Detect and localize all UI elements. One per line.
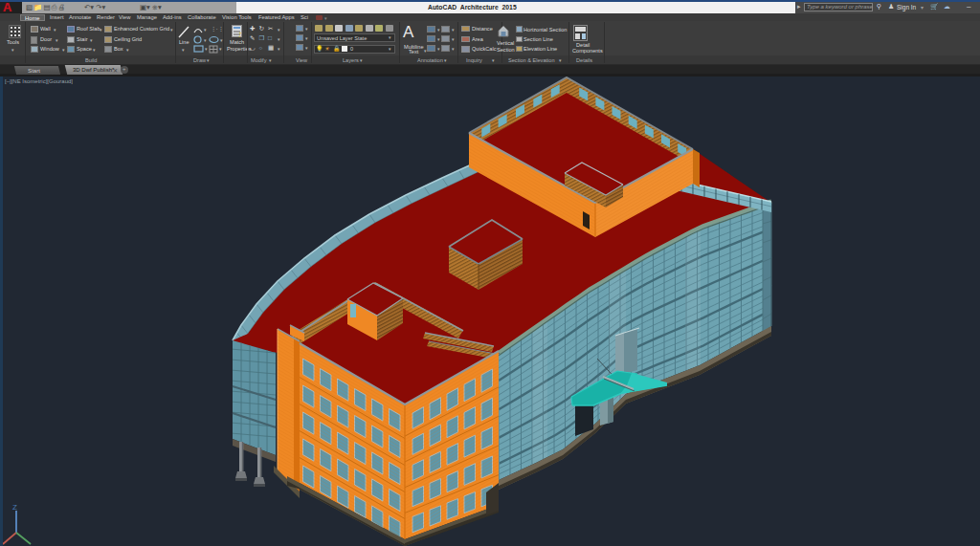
svg-text:Z: Z <box>12 503 17 512</box>
